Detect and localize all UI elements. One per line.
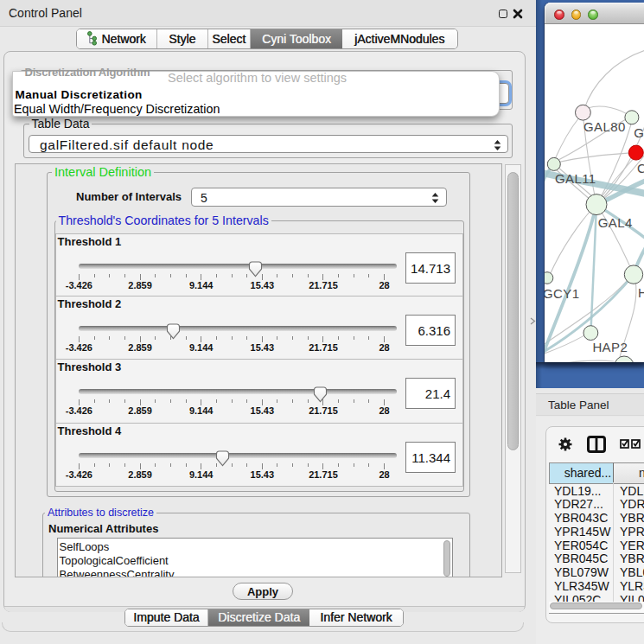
svg-text:GCY1: GCY1 xyxy=(545,286,579,301)
svg-text:GA: GA xyxy=(634,125,644,140)
svg-text:GAL80: GAL80 xyxy=(583,119,626,134)
svg-text:H: H xyxy=(638,285,644,300)
svg-text:GAL11: GAL11 xyxy=(555,171,596,186)
svg-text:GAL4: GAL4 xyxy=(598,215,633,230)
svg-text:C: C xyxy=(637,161,644,175)
svg-text:HAP2: HAP2 xyxy=(592,340,628,354)
